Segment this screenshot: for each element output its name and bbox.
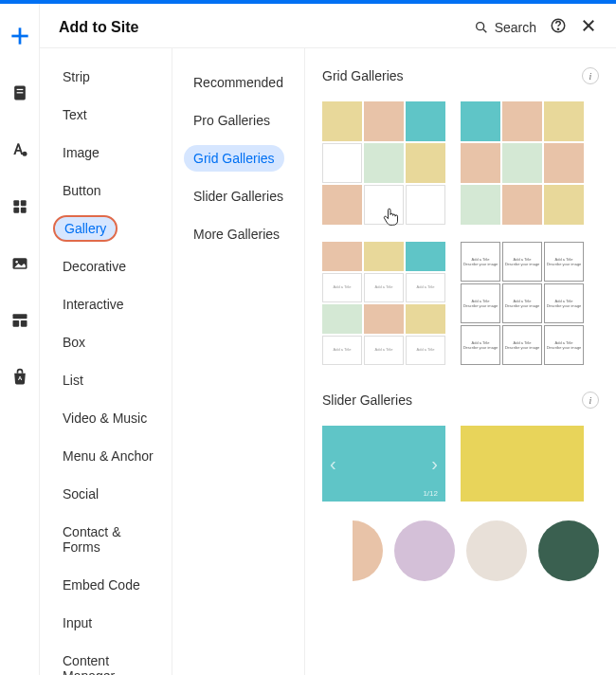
search-button[interactable]: Search [474,20,536,35]
cat-content-manager[interactable]: Content Manager [53,648,172,675]
plus-icon[interactable] [5,21,35,51]
search-label: Search [495,20,536,35]
svg-rect-9 [20,208,26,213]
svg-rect-8 [13,208,19,213]
sub-grid-galleries[interactable]: Grid Galleries [184,145,284,172]
cat-strip[interactable]: Strip [53,64,100,90]
cat-interactive[interactable]: Interactive [53,291,134,318]
info-icon[interactable]: i [582,392,599,409]
section-icon[interactable] [5,305,35,336]
grid-section-title: Grid Galleries [322,68,404,83]
sub-more-galleries[interactable]: More Galleries [184,221,289,247]
cat-input[interactable]: Input [53,610,101,636]
panel-title: Add to Site [59,19,474,36]
slider-gallery-preview-1[interactable]: ‹ › 1/12 [322,426,445,502]
cat-decorative[interactable]: Decorative [53,253,136,280]
svg-rect-12 [12,314,27,319]
sub-pro-galleries[interactable]: Pro Galleries [184,107,280,134]
circle-slider-preview[interactable] [322,520,599,581]
media-icon[interactable] [5,248,35,279]
sub-slider-galleries[interactable]: Slider Galleries [184,183,293,210]
cat-video-music[interactable]: Video & Music [53,405,156,431]
cat-list[interactable]: List [53,367,93,393]
panel-header: Add to Site Search [40,4,616,48]
preview-column: Grid Galleries i [305,48,616,675]
header-actions: Search [474,17,597,38]
cat-button[interactable]: Button [53,177,110,204]
grid-gallery-preview-3[interactable]: Add a TitleAdd a TitleAdd a Title Add a … [322,242,445,365]
circle-thumb-2 [394,520,455,581]
icon-rail: A [0,4,40,675]
page-icon[interactable] [5,78,35,108]
help-icon[interactable] [550,17,567,38]
svg-rect-13 [12,320,19,327]
apps-icon[interactable] [5,192,35,222]
grid-gallery-preview-1[interactable] [322,101,445,225]
text-style-icon[interactable] [5,135,35,165]
cat-gallery[interactable]: Gallery [53,215,118,242]
svg-line-17 [483,29,486,32]
grid-gallery-preview-4[interactable]: Add a TitleDescribe your image Add a Tit… [461,242,584,365]
info-icon[interactable]: i [582,67,599,84]
sub-recommended[interactable]: Recommended [184,69,293,96]
svg-rect-6 [13,200,19,206]
slider-section-title: Slider Galleries [322,392,412,408]
main-container: A Add to Site Search Strip Text [0,4,616,675]
cat-text[interactable]: Text [53,101,97,128]
svg-point-16 [476,23,483,30]
svg-rect-4 [16,92,23,93]
cat-menu-anchor[interactable]: Menu & Anchor [53,443,163,469]
cat-embed[interactable]: Embed Code [53,572,150,598]
subcategory-column: Recommended Pro Galleries Grid Galleries… [172,48,305,675]
circle-thumb-4 [538,520,599,581]
slider-galleries-section: Slider Galleries i ‹ › 1/12 [322,392,599,581]
panel-body: Strip Text Image Button Gallery Decorati… [40,48,616,675]
cat-contact-forms[interactable]: Contact & Forms [53,519,172,560]
chevron-right-icon: › [431,453,438,475]
svg-rect-3 [16,89,23,90]
chevron-left-icon: ‹ [330,453,336,475]
circle-thumb-3 [466,520,527,581]
svg-rect-7 [20,200,26,206]
circle-thumb-1 [322,520,383,581]
close-icon[interactable] [580,17,597,38]
grid-galleries-section: Grid Galleries i [322,67,599,365]
cat-image[interactable]: Image [53,139,109,166]
cat-box[interactable]: Box [53,329,95,356]
slide-counter: 1/12 [423,489,438,498]
grid-gallery-preview-2[interactable] [461,101,584,225]
svg-point-19 [557,28,558,29]
svg-point-11 [15,261,18,264]
slider-gallery-preview-2[interactable] [461,426,584,502]
svg-point-5 [22,152,27,156]
svg-rect-14 [20,320,27,327]
cat-social[interactable]: Social [53,481,108,507]
category-column: Strip Text Image Button Gallery Decorati… [40,48,172,675]
add-panel: Add to Site Search Strip Text Image But [40,4,616,675]
store-icon[interactable]: A [5,362,35,392]
